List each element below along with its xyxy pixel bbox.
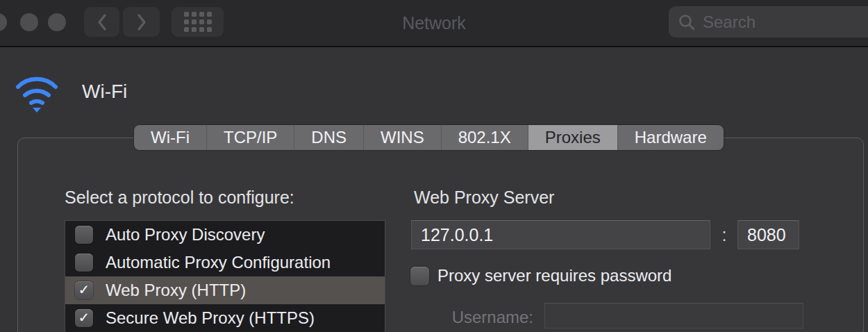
protocol-list: ✓ Auto Proxy Discovery ✓ Automatic Proxy… [65, 220, 385, 332]
tab-tcp-ip[interactable]: TCP/IP [207, 125, 294, 150]
checkbox-check-icon[interactable]: ✓ [75, 226, 93, 244]
tab-bar: Wi-Fi TCP/IP DNS WINS 802.1X Proxies H [134, 125, 724, 150]
chevron-left-icon [96, 13, 108, 32]
wifi-icon [13, 70, 60, 113]
address-port-separator: : [715, 220, 733, 249]
search-field[interactable] [669, 6, 868, 38]
connection-name: Wi-Fi [82, 81, 127, 103]
tab-802-1x[interactable]: 802.1X [442, 125, 528, 150]
checkbox-check-icon[interactable]: ✓ [75, 309, 93, 327]
show-all-grid-icon [184, 12, 212, 32]
password-required-row: ✓ Proxy server requires password [410, 266, 671, 285]
search-icon [678, 13, 696, 31]
tab-dns[interactable]: DNS [294, 125, 364, 150]
minimize-icon[interactable] [20, 13, 38, 31]
zoom-icon[interactable] [48, 13, 66, 31]
password-required-checkbox[interactable]: ✓ [410, 267, 429, 285]
tab-hardware[interactable]: Hardware [618, 125, 724, 150]
protocol-row-secure-web-proxy-https[interactable]: ✓ Secure Web Proxy (HTTPS) [65, 304, 385, 332]
close-icon[interactable] [0, 13, 7, 31]
proxy-address-input[interactable] [411, 220, 710, 249]
checkbox-check-icon[interactable]: ✓ [75, 281, 93, 299]
connection-header: Wi-Fi [13, 69, 127, 114]
tab-proxies[interactable]: Proxies [528, 125, 618, 150]
titlebar: Network [0, 0, 868, 47]
username-input[interactable] [544, 303, 803, 329]
protocols-heading: Select a protocol to configure: [65, 188, 294, 208]
proxy-port-input[interactable] [737, 220, 799, 249]
tab-wi-fi[interactable]: Wi-Fi [134, 125, 207, 150]
tab-wins[interactable]: WINS [364, 125, 442, 150]
checkbox-check-icon[interactable]: ✓ [75, 254, 93, 272]
proxy-server-heading: Web Proxy Server [414, 188, 554, 208]
password-required-label: Proxy server requires password [437, 266, 671, 285]
protocol-row-web-proxy-http[interactable]: ✓ Web Proxy (HTTP) [65, 276, 385, 304]
show-all-button[interactable] [172, 7, 224, 37]
forward-button[interactable] [123, 7, 160, 37]
chevron-right-icon [135, 13, 148, 32]
username-label: Username: [413, 308, 533, 327]
protocol-row-auto-proxy-discovery[interactable]: ✓ Auto Proxy Discovery [65, 221, 385, 249]
back-button[interactable] [84, 7, 119, 37]
search-input[interactable] [703, 13, 842, 32]
protocol-row-automatic-proxy-configuration[interactable]: ✓ Automatic Proxy Configuration [65, 249, 385, 276]
